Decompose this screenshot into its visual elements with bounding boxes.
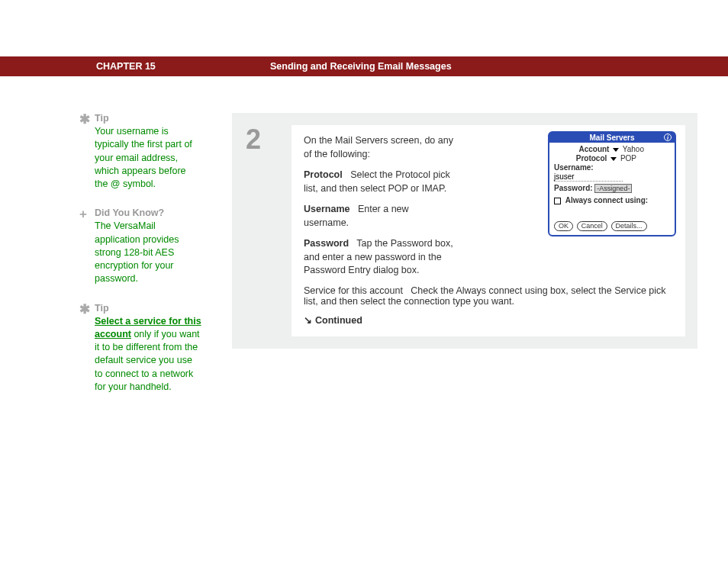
tip-heading: Tip [95, 113, 201, 124]
continued-arrow-icon: ↘ [304, 314, 312, 326]
mail-servers-screenshot: Mail Servers i Account Yahoo Protocol PO… [548, 131, 676, 236]
did-you-know-block: + Did You Know? The VersaMail applicatio… [79, 208, 201, 285]
always-connect-label: Always connect using: [565, 196, 648, 204]
password-box: -Assigned- [594, 184, 632, 193]
step-content: On the Mail Servers screen, do any of th… [292, 125, 685, 336]
ok-button: OK [554, 221, 573, 231]
tip-body: Your username is typically the first par… [95, 125, 201, 191]
plus-icon: + [79, 208, 87, 220]
continued-label: Continued [315, 315, 362, 326]
step-item: Username Enter a new username. [304, 203, 456, 230]
chapter-header: CHAPTER 15 Sending and Receiving Email M… [0, 56, 728, 76]
step-intro: On the Mail Servers screen, do any of th… [304, 134, 456, 161]
did-you-know-body: The VersaMail application provides stron… [95, 220, 201, 285]
tip-heading: Tip [95, 303, 201, 314]
step-item: Protocol Select the Protocol pick list, … [304, 169, 456, 195]
checkbox-icon [554, 198, 561, 204]
dropdown-icon [610, 157, 617, 161]
username-label: Username: [554, 163, 594, 172]
screenshot-button-row: OK Cancel Details... [554, 221, 670, 231]
screenshot-title-bar: Mail Servers i [549, 133, 675, 143]
protocol-label: Protocol [576, 154, 607, 162]
username-field: jsuser [554, 172, 623, 182]
step-text: On the Mail Servers screen, do any of th… [304, 134, 456, 278]
continued-indicator: ↘Continued [304, 314, 673, 326]
step-item-label: Username [304, 204, 350, 214]
chapter-number: CHAPTER 15 [96, 61, 270, 72]
step-item-label: Protocol [304, 169, 343, 180]
details-button: Details... [611, 221, 647, 231]
step-panel: 2 On the Mail Servers screen, do any of … [232, 113, 697, 349]
chapter-title: Sending and Receiving Email Messages [270, 61, 452, 72]
tip-block: ✱ Tip Select a service for this account … [79, 303, 201, 394]
step-item: Password Tap the Password box, and enter… [304, 237, 456, 278]
password-label: Password: [554, 184, 593, 192]
step-item-label: Service for this account [304, 285, 403, 296]
account-label: Account [578, 145, 609, 153]
asterisk-icon: ✱ [79, 113, 90, 126]
info-icon: i [664, 134, 672, 141]
protocol-value: POP [620, 154, 636, 162]
dropdown-icon [613, 148, 619, 152]
asterisk-icon: ✱ [79, 303, 90, 316]
account-value: Yahoo [623, 145, 644, 153]
tip-block: ✱ Tip Your username is typically the fir… [79, 113, 201, 191]
step-item-label: Password [304, 238, 349, 249]
sidebar-tips: ✱ Tip Your username is typically the fir… [79, 113, 232, 410]
step-item-service: Service for this account Check the Alway… [304, 285, 673, 307]
did-you-know-heading: Did You Know? [95, 208, 201, 218]
tip-body: Select a service for this account only i… [95, 315, 201, 394]
cancel-button: Cancel [577, 221, 607, 231]
screenshot-body: Account Yahoo Protocol POP Username: [549, 143, 675, 235]
screenshot-title: Mail Servers [590, 134, 635, 142]
step-number: 2 [246, 124, 261, 156]
main-column: 2 On the Mail Servers screen, do any of … [232, 113, 697, 410]
